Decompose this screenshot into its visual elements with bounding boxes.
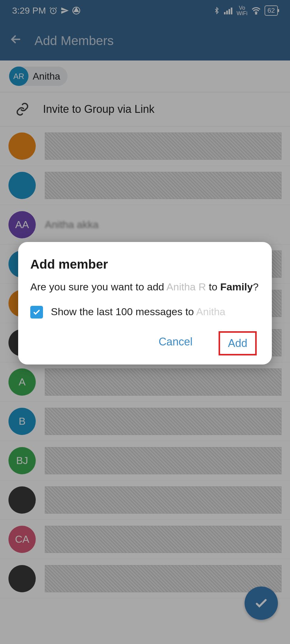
dialog-message: Are you sure you want to add Anitha R to… bbox=[30, 280, 260, 294]
add-member-dialog: Add member Are you sure you want to add … bbox=[18, 242, 272, 364]
cancel-button[interactable]: Cancel bbox=[151, 331, 200, 355]
dialog-title: Add member bbox=[30, 257, 260, 272]
show-history-option[interactable]: Show the last 100 messages to Anitha bbox=[30, 305, 260, 319]
dialog-actions: Cancel Add bbox=[30, 331, 260, 355]
checkbox-checked-icon[interactable] bbox=[30, 306, 43, 319]
add-button[interactable]: Add bbox=[219, 331, 257, 355]
